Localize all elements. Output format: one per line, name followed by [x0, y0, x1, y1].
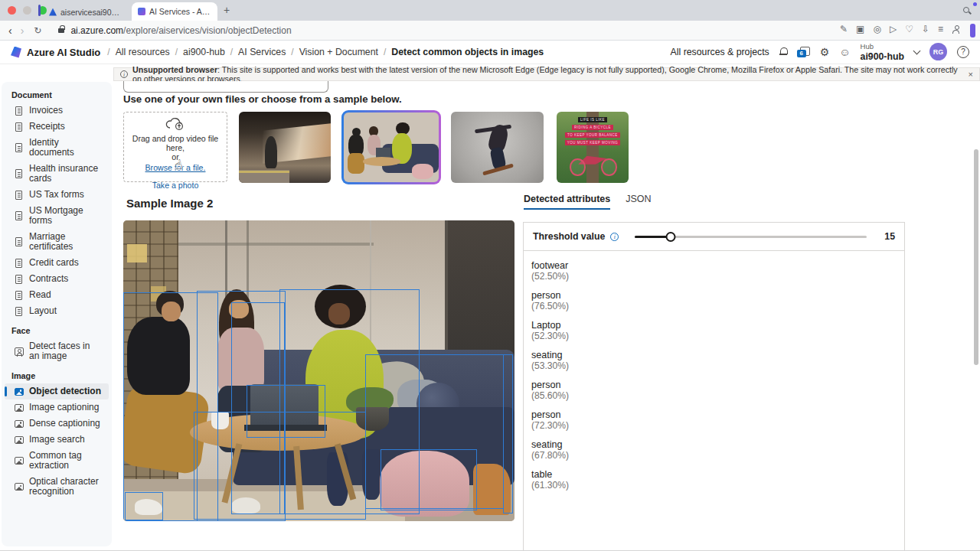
- sidebar-item-label: Contracts: [29, 274, 68, 284]
- photo-art-shape: [239, 171, 289, 173]
- sidebar: DocumentInvoicesReceiptsIdentity documen…: [2, 82, 112, 546]
- detection-label: footwear: [531, 261, 895, 271]
- sidebar-item-marriage-certificates[interactable]: Marriage certificates: [5, 229, 109, 255]
- breadcrumb-separator: /: [384, 47, 386, 57]
- sidebar-item-invoices[interactable]: Invoices: [5, 103, 109, 119]
- info-icon[interactable]: i: [610, 233, 619, 241]
- page-scrollbar[interactable]: [974, 149, 978, 365]
- intro-text: Use one of your own files or choose from…: [123, 93, 402, 105]
- sidebar-item-read[interactable]: Read: [5, 287, 109, 303]
- sidebar-item-label: Image search: [29, 435, 85, 445]
- sidebar-item-object-detection[interactable]: Object detection: [5, 383, 109, 399]
- breadcrumb: /All resources/ai900-hub/AI Services/Vis…: [102, 47, 544, 57]
- tab-title: aiservicesai900 - Micro: [60, 8, 122, 17]
- sample-thumbnail-people-selected[interactable]: [341, 110, 441, 184]
- feedback-smiley-icon[interactable]: ☺: [839, 47, 850, 57]
- sidebar-item-identity-documents[interactable]: Identity documents: [5, 135, 109, 161]
- url-bar[interactable]: ai.azure.com/explore/aiservices/vision/o…: [70, 25, 291, 36]
- minimize-window-button[interactable]: [23, 6, 31, 15]
- sidebar-item-label: Invoices: [29, 106, 63, 116]
- send-icon[interactable]: ▷: [890, 24, 897, 34]
- breadcrumb-item-vision-document[interactable]: Vision + Document: [299, 47, 378, 57]
- detection-confidence: (52.30%): [531, 331, 895, 341]
- photo-art-shape: [265, 136, 278, 169]
- threshold-slider[interactable]: [635, 232, 867, 242]
- chevron-down-icon[interactable]: [913, 47, 921, 55]
- sidebar-item-common-tag-extraction[interactable]: Common tag extraction: [5, 448, 109, 474]
- hub-selector[interactable]: Hub ai900-hub: [861, 43, 904, 61]
- lock-icon[interactable]: [58, 28, 64, 33]
- image-icon: [13, 436, 24, 444]
- sidebar-item-label: Image captioning: [29, 403, 99, 412]
- list-icon[interactable]: ≡: [938, 24, 943, 34]
- notification-dot: [973, 2, 977, 6]
- extension-pill-icon[interactable]: [970, 24, 975, 37]
- sidebar-item-optical-character-recognition[interactable]: Optical character recognition: [5, 474, 109, 500]
- sidebar-item-contracts[interactable]: Contracts: [5, 271, 109, 287]
- sidebar-item-layout[interactable]: Layout: [5, 303, 109, 319]
- sample-photo[interactable]: [123, 220, 514, 521]
- sidebar-item-us-tax-forms[interactable]: US Tax forms: [5, 187, 109, 203]
- bike-quote-line: LIFE IS LIKE: [578, 117, 607, 122]
- document-icon: [13, 211, 24, 220]
- upload-dropzone[interactable]: Drag and drop video file here, or Browse…: [123, 112, 227, 182]
- sample-thumbnail-bicycle[interactable]: LIFE IS LIKERIDING A BICYCLETO KEEP YOUR…: [557, 112, 629, 183]
- sidebar-item-receipts[interactable]: Receipts: [5, 119, 109, 135]
- help-icon[interactable]: ?: [957, 46, 969, 58]
- heart-icon[interactable]: ♡: [905, 24, 913, 34]
- sidebar-item-image-captioning[interactable]: Image captioning: [5, 399, 109, 416]
- sidebar-item-label: Layout: [29, 306, 57, 316]
- photo-art-shape: [601, 158, 617, 175]
- sidebar-item-label: Read: [29, 290, 51, 300]
- breadcrumb-item-ai-services[interactable]: AI Services: [238, 47, 286, 57]
- camera-icon[interactable]: ▣: [856, 24, 864, 34]
- download-icon[interactable]: ⇩: [922, 24, 929, 34]
- new-tab-button[interactable]: +: [224, 4, 230, 16]
- close-window-button[interactable]: [8, 6, 16, 15]
- tab-detected-attributes[interactable]: Detected attributes: [524, 194, 610, 210]
- detection-boxes-layer: [123, 220, 514, 521]
- document-icon: [13, 259, 24, 268]
- gear-icon[interactable]: ⚙: [820, 47, 830, 57]
- bell-icon[interactable]: [779, 47, 787, 56]
- all-resources-link[interactable]: All resources & projects: [671, 47, 769, 57]
- close-icon[interactable]: ×: [969, 70, 973, 79]
- sidebar-item-health-insurance-cards[interactable]: Health insurance cards: [5, 161, 109, 187]
- avatar[interactable]: RG: [929, 43, 947, 60]
- azure-ai-studio-logo-icon[interactable]: [11, 47, 21, 58]
- search-icon[interactable]: [963, 7, 969, 13]
- tab-json[interactable]: JSON: [626, 194, 651, 210]
- sidebar-item-us-mortgage-forms[interactable]: US Mortgage forms: [5, 203, 109, 229]
- breadcrumb-item-ai900-hub[interactable]: ai900-hub: [183, 47, 225, 57]
- sidebar-item-detect-faces-in-an-image[interactable]: Detect faces in an image: [5, 338, 109, 364]
- browser-tab-active[interactable]: AI Services - Azure AI S: [132, 2, 217, 21]
- check-circle-icon[interactable]: ◎: [873, 24, 880, 34]
- take-photo-link[interactable]: Take a photo: [152, 181, 199, 190]
- forward-icon[interactable]: ›: [21, 25, 24, 36]
- sidebar-item-dense-captioning[interactable]: Dense captioning: [5, 416, 109, 432]
- breadcrumb-separator: /: [107, 47, 109, 57]
- notifications-icon[interactable]: 6: [797, 47, 810, 57]
- detection-label: person: [531, 291, 895, 301]
- profile-icon[interactable]: [952, 25, 960, 34]
- scrolled-input-box: [123, 81, 328, 93]
- reload-icon[interactable]: ↻: [34, 26, 41, 35]
- result-tabs: Detected attributes JSON: [524, 194, 652, 210]
- browser-tab-inactive[interactable]: aiservicesai900 - Micro: [43, 3, 129, 21]
- detection-label: Laptop: [531, 321, 895, 331]
- slider-handle[interactable]: [665, 232, 675, 242]
- threshold-value: 15: [880, 231, 895, 242]
- detection-row: seating(53.30%): [531, 350, 895, 371]
- detection-confidence: (53.30%): [531, 361, 895, 371]
- sample-thumbnail-skateboarder[interactable]: [451, 112, 544, 183]
- product-title[interactable]: Azure AI Studio: [27, 47, 100, 58]
- sidebar-item-label: Credit cards: [29, 258, 79, 268]
- breadcrumb-item-all-resources[interactable]: All resources: [116, 47, 170, 57]
- sidebar-item-image-search[interactable]: Image search: [5, 432, 109, 448]
- sample-thumbnail-train[interactable]: [239, 112, 331, 183]
- back-icon[interactable]: ‹: [8, 25, 12, 36]
- compose-icon[interactable]: ✎: [840, 24, 848, 34]
- detection-label: person: [531, 410, 895, 420]
- document-icon: [13, 275, 24, 284]
- sidebar-item-credit-cards[interactable]: Credit cards: [5, 255, 109, 271]
